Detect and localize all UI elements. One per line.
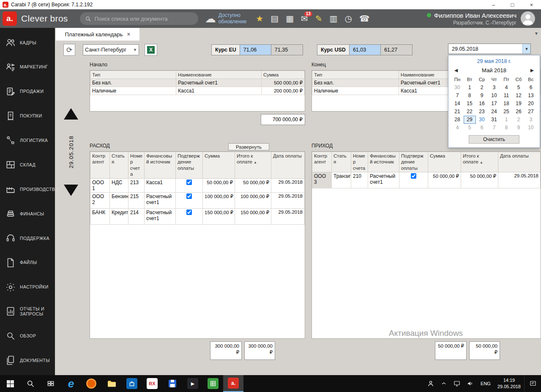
network-tray-button[interactable] — [450, 375, 464, 392]
table-row[interactable]: ООО 2 Бензин 215 Расчетный счет1 100 000… — [90, 192, 305, 208]
cell-agent[interactable]: ООО 1 — [90, 178, 110, 192]
column-header[interactable]: Контрагент — [312, 152, 332, 172]
calendar-day[interactable]: 11 — [500, 92, 513, 100]
calendar-day[interactable]: 7 — [451, 92, 464, 100]
rx-app-button[interactable]: RX — [142, 375, 162, 392]
column-header[interactable]: Подтверждение оплаты — [399, 152, 428, 172]
column-header[interactable]: Статья — [110, 152, 128, 179]
calendar-day[interactable]: 1 — [464, 84, 476, 92]
calendar-day[interactable]: 28 — [451, 116, 464, 124]
column-header[interactable]: Сумма — [428, 152, 461, 172]
cell-name[interactable]: Касса1 — [176, 87, 262, 95]
cell-article[interactable]: Кредит — [110, 208, 128, 224]
calendar-clear-button[interactable]: Очистить — [469, 135, 519, 144]
calendar-day[interactable]: 18 — [500, 100, 513, 108]
usd-rate-sell-field[interactable]: 61,27 — [381, 45, 412, 55]
messages-icon[interactable]: ✉13 — [301, 14, 308, 23]
calendar-day[interactable]: 5 — [464, 124, 476, 132]
people-tray-button[interactable] — [424, 375, 437, 392]
calendar-day[interactable]: 8 — [500, 124, 513, 132]
carabi-app-button[interactable]: a. — [223, 375, 243, 392]
minimize-button[interactable]: – — [484, 0, 503, 9]
calendar-day[interactable]: 10 — [488, 92, 500, 100]
previous-day-button[interactable] — [64, 108, 78, 120]
knowledge-base-icon[interactable]: ▤ — [270, 14, 279, 23]
cell-agent[interactable]: БАНК — [90, 208, 110, 224]
cell-sum[interactable]: 100 000,00 ₽ — [203, 192, 235, 208]
cell-date[interactable]: 29.05.2018 — [271, 178, 305, 192]
calendar-day[interactable]: 14 — [451, 100, 464, 108]
cell-sum[interactable]: 150 000,00 ₽ — [203, 208, 235, 224]
search-field[interactable] — [95, 16, 193, 22]
calendar-day[interactable]: 13 — [525, 92, 537, 100]
schedule-icon[interactable]: ◷ — [345, 14, 352, 23]
calendar-day[interactable]: 12 — [513, 92, 525, 100]
cell-total[interactable]: 150 000,00 ₽ — [235, 208, 271, 224]
column-header[interactable]: Статья — [332, 152, 351, 172]
next-day-button[interactable] — [64, 185, 78, 196]
window-titlebar[interactable]: a. Carabi 7 (В сети) Версия: 7.1.2.192 –… — [0, 0, 541, 9]
column-header[interactable]: Сумма — [203, 152, 235, 179]
spreadsheet-app-button[interactable] — [203, 375, 223, 392]
calendar-day[interactable]: 24 — [488, 108, 500, 116]
calendar-day[interactable]: 9 — [476, 92, 488, 100]
clock[interactable]: 14:19 29.05.2018 — [494, 375, 524, 392]
column-header[interactable]: Номер счета — [128, 152, 145, 179]
sidebar-item-obzor[interactable]: ОБЗОР — [0, 324, 55, 348]
excel-export-button[interactable]: X — [145, 44, 157, 56]
table-row[interactable]: Наличные Касса1 200 000,00 ₽ — [90, 87, 305, 95]
calendar-day[interactable]: 22 — [464, 108, 476, 116]
user-menu[interactable]: Филиппов Иван Алексеевич Разработчик. С.… — [427, 12, 516, 26]
calendar-day[interactable]: 20 — [525, 100, 537, 108]
payment-confirmed-checkbox[interactable] — [186, 210, 192, 215]
cell-article[interactable]: Бензин — [110, 192, 128, 208]
tasks-icon[interactable]: ▥ — [330, 14, 338, 23]
sidebar-item-proizvodstvo[interactable]: ПРОИЗВОДСТВО — [0, 177, 55, 201]
table-row[interactable]: ООО 1 НДС 213 Касса1 50 000,00 ₽ 50 000,… — [90, 178, 305, 192]
calendar-day[interactable]: 26 — [513, 108, 525, 116]
sidebar-item-sklad[interactable]: СКЛАД — [0, 152, 55, 177]
expand-button[interactable]: Развернуть — [228, 143, 269, 150]
action-center-button[interactable] — [524, 375, 541, 392]
phone-icon[interactable]: ☎ — [359, 14, 370, 23]
cell-type[interactable]: Без нал. — [312, 79, 399, 87]
tab-close-icon[interactable]: × — [127, 31, 130, 38]
sidebar-item-pokupki[interactable]: ПОКУПКИ — [0, 104, 55, 128]
calendar-day[interactable]: 2 — [513, 116, 525, 124]
eu-rate-buy-field[interactable]: 71,06 — [240, 45, 271, 55]
cell-source[interactable]: Расчетный счет1 — [145, 192, 176, 208]
volume-tray-button[interactable] — [464, 375, 477, 392]
column-header[interactable]: Подтверждение оплаты — [176, 152, 203, 179]
search-input[interactable] — [80, 12, 198, 25]
sidebar-item-faily[interactable]: ФАЙЛЫ — [0, 250, 55, 275]
payment-confirmed-checkbox[interactable] — [186, 180, 192, 185]
sidebar-item-prodazhi[interactable]: ПРОДАЖИ — [0, 79, 55, 104]
cell-name[interactable]: Расчетный счет1 — [176, 79, 262, 87]
tray-overflow-button[interactable] — [437, 375, 450, 392]
column-header[interactable]: Тип — [90, 71, 176, 79]
calendar-day[interactable]: 3 — [488, 84, 500, 92]
language-indicator[interactable]: ENG — [477, 375, 494, 392]
calendar-day-selected[interactable]: 29 — [464, 116, 476, 124]
sidebar-item-logistika[interactable]: ЛОГИСТИКА — [0, 128, 55, 152]
update-notice[interactable]: ☁ Доступно обновление — [205, 12, 247, 25]
sidebar-item-dokumenty[interactable]: ДОКУМЕНТЫ — [0, 348, 55, 373]
column-header[interactable]: Контрагент — [90, 152, 110, 179]
cell-type[interactable]: Наличные — [312, 87, 399, 95]
sidebar-item-podderzhka[interactable]: ПОДДЕРЖКА — [0, 226, 55, 250]
calendar-day[interactable]: 19 — [513, 100, 525, 108]
calendar-day[interactable]: 5 — [513, 84, 525, 92]
calendar-day[interactable]: 6 — [525, 84, 537, 92]
table-row[interactable]: БАНК Кредит 214 Расчетный счет1 150 000,… — [90, 208, 305, 224]
calendar-day[interactable]: 2 — [476, 84, 488, 92]
start-button[interactable] — [0, 375, 20, 392]
sidebar-item-marketing[interactable]: МАРКЕТИНГ — [0, 55, 55, 79]
calendar-day[interactable]: 23 — [476, 108, 488, 116]
column-header-sorted[interactable]: Итого к оплате▲ — [235, 152, 271, 179]
calendar-day[interactable]: 15 — [464, 100, 476, 108]
tab-overflow-chevron-icon[interactable]: ▾ — [535, 30, 538, 36]
cell-source[interactable]: Касса1 — [145, 178, 176, 192]
table-row[interactable]: Без нал. Расчетный счет1 500 000,00 ₽ — [90, 79, 305, 87]
calendar-day[interactable]: 1 — [500, 116, 513, 124]
cell-agent[interactable]: ООО 3 — [312, 172, 332, 188]
